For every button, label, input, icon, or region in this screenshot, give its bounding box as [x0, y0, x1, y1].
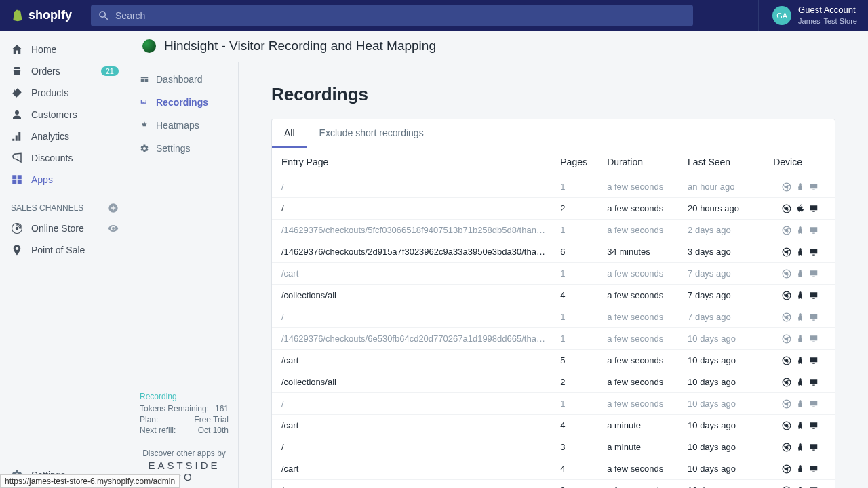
table-row[interactable]: /1a few seconds10 days ago	[272, 393, 835, 415]
page-title: Recordings	[271, 84, 835, 105]
chrome-icon	[782, 204, 791, 214]
desktop-icon	[809, 486, 818, 489]
app-nav-recordings[interactable]: Recordings	[130, 91, 238, 114]
table-row[interactable]: /14629376/checkouts/5fcf03066518f9407513…	[272, 220, 835, 241]
col-last-seen[interactable]: Last Seen	[681, 148, 756, 176]
cell-device	[756, 285, 835, 306]
table-row[interactable]: /cart4a minute10 days ago	[272, 415, 835, 436]
account-menu[interactable]: GA Guest Account James' Test Store	[758, 0, 857, 30]
cell-entry: /cart	[272, 415, 553, 436]
table-row[interactable]: /collections/all4a few seconds7 days ago	[272, 285, 835, 306]
tabs: AllExclude short recordings	[272, 119, 835, 148]
linux-icon	[795, 312, 805, 322]
cell-pages: 1	[553, 393, 600, 415]
linux-icon	[795, 464, 805, 474]
cell-duration: a few seconds	[600, 285, 681, 306]
cell-seen: 3 days ago	[681, 241, 756, 263]
chrome-icon	[782, 443, 791, 452]
nav-icon	[11, 87, 23, 99]
col-duration[interactable]: Duration	[600, 148, 681, 176]
cell-entry: /	[272, 436, 553, 458]
cell-duration: a minute	[600, 436, 681, 458]
col-entry-page[interactable]: Entry Page	[272, 148, 553, 176]
cell-duration: a few seconds	[600, 306, 681, 328]
col-pages[interactable]: Pages	[553, 148, 600, 176]
cell-device	[756, 198, 835, 220]
tab-exclude-short-recordings[interactable]: Exclude short recordings	[307, 119, 436, 148]
col-device[interactable]: Device	[756, 148, 835, 176]
cell-pages: 4	[553, 415, 600, 436]
search-input[interactable]: Search	[91, 5, 693, 26]
cell-pages: 1	[553, 306, 600, 328]
cell-pages: 1	[553, 220, 600, 241]
app-header: Hindsight - Visitor Recording and Heat M…	[130, 30, 868, 62]
cell-duration: a few seconds	[600, 350, 681, 371]
cell-seen: 10 days ago	[681, 436, 756, 458]
table-row[interactable]: /14629376/checkouts/6e530fb64cd20d770267…	[272, 328, 835, 350]
search-wrap: Search	[91, 5, 693, 26]
linux-icon	[795, 269, 805, 279]
sidebar-item-products[interactable]: Products	[0, 82, 130, 104]
cell-pages: 3	[553, 480, 600, 489]
cell-duration: a few seconds	[600, 263, 681, 285]
table-row[interactable]: /2a few seconds20 hours ago	[272, 198, 835, 220]
chrome-icon	[782, 334, 791, 344]
table-row[interactable]: /1a few secondsan hour ago	[272, 176, 835, 198]
cell-seen: 10 days ago	[681, 393, 756, 415]
channel-point-of-sale[interactable]: Point of Sale	[0, 239, 130, 261]
sidebar-item-customers[interactable]: Customers	[0, 104, 130, 125]
cell-entry: /	[272, 198, 553, 220]
content-area: Hindsight - Visitor Recording and Heat M…	[130, 30, 868, 488]
status-bar-url: https://james-test-store-6.myshopify.com…	[0, 474, 180, 488]
table-row[interactable]: /cart4a few seconds10 days ago	[272, 458, 835, 480]
desktop-icon	[809, 247, 818, 257]
app-nav-heatmaps[interactable]: Heatmaps	[130, 114, 238, 137]
channel-online-store[interactable]: Online Store	[0, 218, 130, 239]
chrome-icon	[782, 226, 791, 235]
recordings-card: AllExclude short recordings Entry PagePa…	[271, 119, 835, 488]
logo[interactable]: shopify	[11, 8, 72, 23]
app-status: Recording Tokens Remaining:161 Plan:Free…	[130, 385, 238, 443]
table-row[interactable]: /cart5a few seconds10 days ago	[272, 350, 835, 371]
linux-icon	[795, 486, 805, 489]
cell-duration: a few seconds	[600, 480, 681, 489]
table-row[interactable]: /3a minute10 days ago	[272, 436, 835, 458]
nav-icon	[11, 108, 23, 121]
linux-icon	[795, 399, 805, 409]
nav-icon	[11, 174, 23, 186]
sidebar-item-home[interactable]: Home	[0, 39, 130, 60]
app-nav-settings[interactable]: Settings	[130, 137, 238, 160]
chrome-icon	[782, 182, 791, 192]
chrome-icon	[782, 269, 791, 279]
nav-icon	[11, 65, 23, 77]
linux-icon	[795, 247, 805, 257]
cell-seen: 20 hours ago	[681, 198, 756, 220]
table-row[interactable]: /collections/all2a few seconds10 days ag…	[272, 371, 835, 393]
cell-seen: 10 days ago	[681, 458, 756, 480]
cell-device	[756, 241, 835, 263]
shopify-icon	[11, 8, 24, 23]
cell-entry: /cart	[272, 263, 553, 285]
topbar: shopify Search GA Guest Account James' T…	[0, 0, 868, 30]
sidebar-item-orders[interactable]: Orders21	[0, 60, 130, 82]
nav-icon	[11, 152, 23, 164]
brand-text: shopify	[28, 8, 72, 22]
sidebar-item-analytics[interactable]: Analytics	[0, 125, 130, 147]
sidebar-item-apps[interactable]: Apps	[0, 169, 130, 190]
sidebar-item-discounts[interactable]: Discounts	[0, 147, 130, 169]
search-placeholder: Search	[115, 10, 145, 21]
cell-entry: /	[272, 176, 553, 198]
chrome-icon	[782, 356, 791, 365]
table-row[interactable]: /cart1a few seconds7 days ago	[272, 263, 835, 285]
cell-pages: 3	[553, 436, 600, 458]
table-row[interactable]: /1a few seconds7 days ago	[272, 306, 835, 328]
cell-seen: 10 days ago	[681, 350, 756, 371]
eye-icon[interactable]	[108, 223, 119, 234]
table-row[interactable]: /3a few seconds10 days ago	[272, 480, 835, 489]
sidebar: HomeOrders21ProductsCustomersAnalyticsDi…	[0, 30, 130, 488]
linux-icon	[795, 182, 805, 192]
app-nav-dashboard[interactable]: Dashboard	[130, 68, 238, 91]
add-channel-icon[interactable]	[108, 203, 119, 214]
table-row[interactable]: /14629376/checkouts/2d915a7f3023962c9a33…	[272, 241, 835, 263]
tab-all[interactable]: All	[272, 119, 307, 148]
